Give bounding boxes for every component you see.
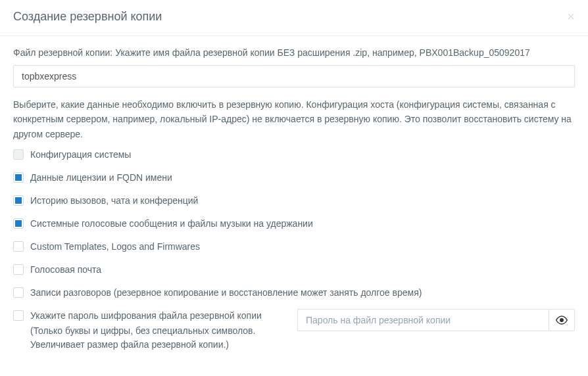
filename-input[interactable]	[13, 65, 575, 87]
checkbox-system-config	[13, 149, 24, 160]
option-system-voice: Системные голосовые сообщения и файлы му…	[13, 217, 575, 231]
option-system-voice-label: Системные голосовые сообщения и файлы му…	[30, 217, 575, 231]
backup-modal: Создание резервной копии × Файл резервно…	[0, 0, 588, 362]
option-recordings: Записи разговоров (резервное копирование…	[13, 286, 575, 300]
option-system-config-label: Конфигурация системы	[30, 148, 575, 162]
option-password: Укажите пароль шифрования файла резервно…	[13, 309, 575, 352]
checkbox-license-fqdn[interactable]	[13, 172, 24, 183]
password-input-group	[297, 309, 575, 331]
option-voicemail-label: Голосовая почта	[30, 263, 575, 277]
option-call-history: Историю вызовов, чата и конференций	[13, 194, 575, 208]
option-voicemail: Голосовая почта	[13, 263, 575, 277]
password-texts: Укажите пароль шифрования файла резервно…	[30, 309, 291, 352]
checkbox-password[interactable]	[13, 310, 24, 321]
option-license-fqdn: Данные лицензии и FQDN имени	[13, 171, 575, 185]
option-custom-templates: Custom Templates, Logos and Firmwares	[13, 240, 575, 254]
option-license-fqdn-label: Данные лицензии и FQDN имени	[30, 171, 575, 185]
modal-title: Создание резервной копии	[13, 10, 162, 24]
toggle-password-button[interactable]	[549, 309, 575, 331]
svg-point-0	[560, 319, 564, 322]
option-password-label: Укажите пароль шифрования файла резервно…	[30, 309, 291, 323]
checkbox-call-history[interactable]	[13, 195, 24, 206]
option-system-config: Конфигурация системы	[13, 148, 575, 162]
close-button[interactable]: ×	[567, 10, 575, 23]
close-icon: ×	[567, 9, 575, 24]
password-input[interactable]	[297, 309, 549, 331]
option-custom-templates-label: Custom Templates, Logos and Firmwares	[30, 240, 575, 254]
checkbox-voicemail[interactable]	[13, 264, 24, 275]
checkbox-custom-templates[interactable]	[13, 241, 24, 252]
include-description: Выберите, какие данные необходимо включи…	[13, 97, 575, 141]
modal-header: Создание резервной копии ×	[0, 0, 588, 36]
checkbox-system-voice[interactable]	[13, 218, 24, 229]
filename-label: Файл резервной копии: Укажите имя файла …	[13, 46, 575, 60]
option-password-sublabel: (Только буквы и цифры, без специальных с…	[30, 324, 291, 352]
eye-icon	[556, 314, 568, 326]
password-left: Укажите пароль шифрования файла резервно…	[13, 309, 291, 352]
modal-body: Файл резервной копии: Укажите имя файла …	[0, 36, 588, 362]
option-call-history-label: Историю вызовов, чата и конференций	[30, 194, 575, 208]
checkbox-recordings[interactable]	[13, 287, 24, 298]
option-recordings-label: Записи разговоров (резервное копирование…	[30, 286, 575, 300]
